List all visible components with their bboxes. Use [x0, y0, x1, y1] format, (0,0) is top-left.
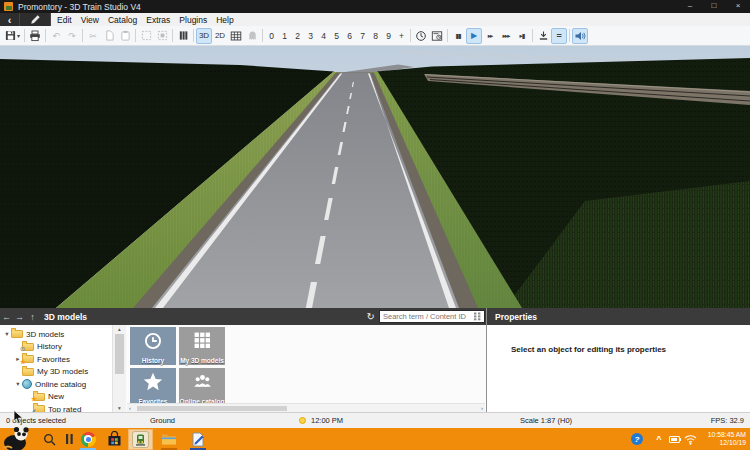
store-button[interactable]: [105, 430, 123, 448]
selection-fill-icon: [157, 30, 168, 41]
expander-open-icon[interactable]: ▾: [3, 330, 11, 338]
task-view-button[interactable]: [60, 430, 78, 448]
expander-open-icon[interactable]: ▾: [14, 380, 22, 388]
scrollbar-thumb[interactable]: [137, 406, 287, 412]
print-button[interactable]: [27, 28, 43, 44]
tile-favorites[interactable]: Favorites: [130, 368, 176, 406]
save-dropdown-icon[interactable]: ▾: [17, 32, 20, 39]
file-explorer-button[interactable]: [160, 430, 178, 448]
tile-online-catalog[interactable]: Online catalog: [179, 368, 225, 406]
scroll-right-icon[interactable]: ›: [481, 404, 483, 412]
tree-item-online-catalog[interactable]: ▾Online catalog: [0, 378, 112, 391]
tree-item-favorites[interactable]: ▸★Favorites: [0, 353, 112, 366]
separator: [262, 29, 263, 42]
back-button[interactable]: ‹: [0, 13, 20, 26]
view-3d-button[interactable]: 3D: [196, 28, 212, 44]
camera-1-button[interactable]: 1: [278, 28, 291, 44]
menu-help[interactable]: Help: [216, 15, 233, 25]
cut-button[interactable]: ✂: [85, 28, 101, 44]
tiles-scrollbar[interactable]: ‹ ›: [127, 403, 485, 412]
camera-7-button[interactable]: 7: [356, 28, 369, 44]
chrome-button[interactable]: [79, 430, 97, 448]
taskbar-search-button[interactable]: [40, 430, 58, 448]
scroll-down-icon[interactable]: ▾: [113, 405, 126, 411]
scrollbar-thumb[interactable]: [115, 334, 124, 374]
folder-icon: [22, 368, 34, 376]
camera-9-button[interactable]: 9: [382, 28, 395, 44]
redo-button[interactable]: ↷: [64, 28, 80, 44]
menu-edit[interactable]: Edit: [57, 15, 72, 25]
select-area-button[interactable]: [138, 28, 154, 44]
speed-button[interactable]: =: [551, 28, 567, 44]
camera-5-button[interactable]: 5: [330, 28, 343, 44]
search-input[interactable]: [380, 312, 473, 321]
separator: [135, 29, 136, 42]
start-panda-button[interactable]: [1, 425, 33, 450]
folder-icon: ✓: [33, 405, 45, 412]
menu-catalog[interactable]: Catalog: [108, 15, 137, 25]
play-button[interactable]: ▶: [466, 28, 482, 44]
separator: [172, 29, 173, 42]
camera-0-button[interactable]: 0: [265, 28, 278, 44]
tree-scrollbar[interactable]: ▴ ▾: [112, 325, 126, 412]
camera-6-button[interactable]: 6: [343, 28, 356, 44]
sound-button[interactable]: [572, 28, 588, 44]
maximize-button[interactable]: □: [702, 0, 726, 13]
save-button[interactable]: ▾: [3, 28, 22, 44]
menu-view[interactable]: View: [81, 15, 99, 25]
separator: [532, 29, 533, 42]
menu-plugins[interactable]: Plugins: [179, 15, 207, 25]
layers-button[interactable]: [175, 28, 191, 44]
nav-back-button[interactable]: ←: [0, 312, 13, 322]
camera-buttons: 0123456789+: [265, 28, 408, 44]
tree-item-history[interactable]: ⊙History: [0, 341, 112, 354]
viewport-3d[interactable]: [0, 46, 750, 308]
tile-my-3d-models[interactable]: My 3D models: [179, 327, 225, 365]
timetable-icon: [431, 30, 443, 42]
train-studio-button[interactable]: [131, 430, 149, 448]
help-icon: ?: [631, 433, 643, 445]
search-icon: [43, 433, 56, 446]
download-button[interactable]: [535, 28, 551, 44]
camera-8-button[interactable]: 8: [369, 28, 382, 44]
camera-2-button[interactable]: 2: [291, 28, 304, 44]
ghost-mode-button[interactable]: [244, 28, 260, 44]
tile-history[interactable]: History: [130, 327, 176, 365]
tree-item-new[interactable]: ★New: [0, 391, 112, 404]
ghost-icon: [247, 30, 258, 41]
skip-to-end-button[interactable]: ▸▮: [514, 28, 530, 44]
paste-button[interactable]: [117, 28, 133, 44]
timetable-button[interactable]: [429, 28, 445, 44]
grid-layout-icon[interactable]: [473, 312, 482, 321]
help-button[interactable]: ?: [628, 430, 646, 448]
tray-clock[interactable]: 10:58:45 AM 12/10/19: [694, 431, 746, 447]
menu-extras[interactable]: Extras: [146, 15, 170, 25]
refresh-button[interactable]: ↻: [367, 311, 375, 322]
time-settings-button[interactable]: [413, 28, 429, 44]
camera-4-button[interactable]: 4: [317, 28, 330, 44]
tree-item-my-3d-models[interactable]: My 3D models: [0, 366, 112, 379]
undo-button[interactable]: ↶: [48, 28, 64, 44]
camera-3-button[interactable]: 3: [304, 28, 317, 44]
grid-view-button[interactable]: [228, 28, 244, 44]
file-explorer-icon: [161, 432, 177, 446]
forward-button[interactable]: ▸▸: [482, 28, 498, 44]
fast-forward-button[interactable]: ▸▸▸: [498, 28, 514, 44]
folder-icon: ★: [22, 355, 34, 363]
nav-up-button[interactable]: ↑: [26, 312, 39, 322]
tree-item-3d-models[interactable]: ▾3D models: [0, 328, 112, 341]
copy-button[interactable]: [101, 28, 117, 44]
select-contents-button[interactable]: [154, 28, 170, 44]
separator: [193, 29, 194, 42]
scroll-left-icon[interactable]: ‹: [129, 404, 131, 412]
close-button[interactable]: ×: [726, 0, 750, 13]
scroll-up-icon[interactable]: ▴: [113, 326, 126, 332]
edit-mode-button[interactable]: [20, 13, 51, 26]
camera-add-button[interactable]: +: [395, 28, 408, 44]
document-editor-button[interactable]: [189, 430, 207, 448]
pause-button[interactable]: ▮▮: [450, 28, 466, 44]
nav-forward-button[interactable]: →: [13, 312, 26, 322]
separator: [45, 29, 46, 42]
minimize-button[interactable]: –: [678, 0, 702, 13]
view-2d-button[interactable]: 2D: [212, 28, 228, 44]
